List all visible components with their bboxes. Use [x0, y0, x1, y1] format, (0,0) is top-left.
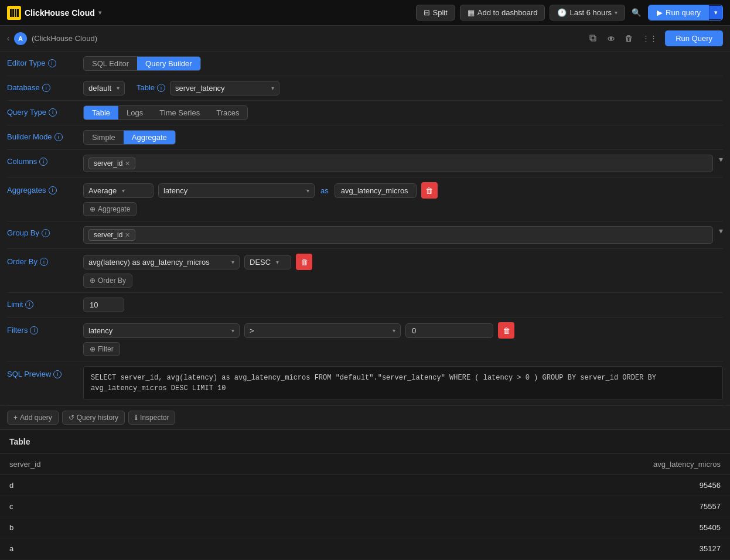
- database-info-icon[interactable]: i: [42, 84, 50, 92]
- columns-expand-icon[interactable]: ▾: [719, 155, 723, 164]
- filter-column-input[interactable]: latency: [88, 326, 229, 335]
- topbar: ClickHouse Cloud ▾ ⊟ Split ▦ Add to dash…: [0, 0, 730, 26]
- limit-info-icon[interactable]: i: [25, 301, 33, 309]
- search-button[interactable]: 🔍: [630, 6, 643, 19]
- limit-content: [83, 298, 723, 312]
- split-button[interactable]: ⊟ Split: [416, 5, 455, 21]
- filter-operator-input[interactable]: > < = !=: [250, 326, 390, 335]
- builder-mode-info-icon[interactable]: i: [54, 133, 63, 141]
- filter-operator-select[interactable]: > < = != ▾: [244, 323, 401, 338]
- order-direction-select[interactable]: DESC ASC ▾: [244, 255, 291, 269]
- app-logo[interactable]: ClickHouse Cloud ▾: [7, 6, 101, 20]
- builder-mode-seg: Simple Aggregate: [83, 130, 176, 145]
- seg-table[interactable]: Table: [84, 106, 118, 119]
- columns-info-icon[interactable]: i: [39, 158, 47, 166]
- svg-rect-3: [17, 9, 19, 17]
- agg-column-select[interactable]: latency ▾: [158, 183, 315, 198]
- group-by-tag-remove[interactable]: ✕: [125, 231, 130, 239]
- database-row: Database i default ▾ Table i server_late…: [7, 76, 723, 101]
- cell-server-id: a: [0, 538, 268, 559]
- seg-aggregate[interactable]: Aggregate: [124, 131, 175, 144]
- agg-function-input[interactable]: Average: [88, 186, 120, 195]
- sql-preview-content: SELECT server_id, avg(latency) as avg_la…: [83, 366, 723, 400]
- agg-column-input[interactable]: latency: [163, 186, 304, 195]
- order-column-chevron: ▾: [231, 259, 234, 265]
- order-column-select[interactable]: avg(latency) as avg_latency_micros ▾: [83, 255, 240, 269]
- agg-alias-input[interactable]: [335, 183, 417, 198]
- table-select[interactable]: server_latency ▾: [170, 81, 279, 95]
- add-dashboard-button[interactable]: ▦ Add to dashboard: [460, 5, 545, 21]
- seg-simple[interactable]: Simple: [84, 131, 124, 144]
- builder-mode-row: Builder Mode i Simple Aggregate: [7, 125, 723, 150]
- order-direction-input[interactable]: DESC ASC: [250, 258, 274, 267]
- seg-logs[interactable]: Logs: [118, 106, 151, 119]
- group-by-tag-container[interactable]: server_id ✕: [83, 226, 713, 244]
- run-query-panel-button[interactable]: Run Query: [665, 30, 723, 46]
- seg-sql-editor[interactable]: SQL Editor: [84, 57, 137, 70]
- run-query-button[interactable]: ▶ Run query: [649, 5, 709, 20]
- filters-label: Filters i: [7, 322, 83, 334]
- database-select-input[interactable]: default: [88, 84, 114, 93]
- copy-icon[interactable]: [588, 33, 599, 45]
- dropdown-arrow[interactable]: ▾: [98, 9, 101, 16]
- order-delete-button[interactable]: 🗑: [296, 254, 312, 270]
- cell-avg-latency: 75557: [268, 496, 730, 517]
- filter-column-select[interactable]: latency ▾: [83, 323, 240, 338]
- column-tag-remove[interactable]: ✕: [125, 160, 130, 168]
- collapse-icon[interactable]: ‹: [7, 35, 9, 43]
- agg-function-chevron: ▾: [122, 187, 125, 194]
- agg-delete-button[interactable]: 🗑: [421, 182, 438, 199]
- filter-value-input[interactable]: [405, 323, 493, 338]
- panel-actions: ⋮⋮ Run Query: [588, 30, 723, 46]
- table-row: c 75557: [0, 496, 730, 517]
- query-type-info-icon[interactable]: i: [49, 108, 57, 117]
- history-icon: ↺: [69, 414, 74, 422]
- group-by-row: Group By i server_id ✕ ▾: [7, 221, 723, 249]
- query-type-seg: Table Logs Time Series Traces: [83, 105, 248, 120]
- table-select-input[interactable]: server_latency: [175, 84, 269, 93]
- time-range-button[interactable]: 🕐 Last 6 hours ▾: [550, 5, 625, 21]
- trash-icon[interactable]: [623, 33, 635, 45]
- add-aggregate-button[interactable]: ⊕ Aggregate: [83, 202, 137, 216]
- run-query-dropdown[interactable]: ▾: [709, 6, 722, 19]
- inspector-button[interactable]: ℹ Inspector: [128, 411, 175, 425]
- order-line-1: avg(latency) as avg_latency_micros ▾ DES…: [83, 254, 723, 270]
- order-column-input[interactable]: avg(latency) as avg_latency_micros: [88, 258, 229, 267]
- add-query-button[interactable]: + Add query: [7, 411, 59, 425]
- query-history-button[interactable]: ↺ Query history: [62, 411, 125, 425]
- limit-input[interactable]: [83, 298, 124, 312]
- col-avg-latency: avg_latency_micros: [268, 454, 730, 475]
- more-icon[interactable]: ⋮⋮: [640, 32, 659, 45]
- results-table-head: server_id avg_latency_micros: [0, 454, 730, 475]
- aggregates-row: Aggregates i Average ▾ latency ▾: [7, 177, 723, 221]
- filters-info-icon[interactable]: i: [30, 326, 38, 334]
- add-order-button[interactable]: ⊕ Order By: [83, 274, 132, 288]
- cell-avg-latency: 35127: [268, 538, 730, 559]
- editor-type-info-icon[interactable]: i: [48, 59, 56, 67]
- database-select[interactable]: default ▾: [83, 81, 125, 95]
- eye-icon[interactable]: [605, 33, 617, 45]
- group-by-info-icon[interactable]: i: [42, 229, 50, 237]
- svg-rect-5: [590, 35, 595, 40]
- filter-delete-button[interactable]: 🗑: [498, 322, 514, 339]
- aggregates-info-icon[interactable]: i: [49, 186, 57, 194]
- database-chevron-icon: ▾: [117, 85, 120, 91]
- add-filter-button[interactable]: ⊕ Filter: [83, 342, 120, 356]
- order-by-info-icon[interactable]: i: [40, 258, 48, 266]
- table-chevron-icon: ▾: [271, 85, 274, 91]
- table-info-icon[interactable]: i: [157, 84, 165, 92]
- search-icon: 🔍: [632, 8, 642, 17]
- order-by-row: Order By i avg(latency) as avg_latency_m…: [7, 249, 723, 293]
- group-by-expand-icon[interactable]: ▾: [719, 226, 723, 235]
- seg-time-series[interactable]: Time Series: [151, 106, 208, 119]
- results-table: server_id avg_latency_micros d 95456 c 7…: [0, 454, 730, 559]
- add-query-icon: +: [13, 414, 18, 422]
- seg-traces[interactable]: Traces: [208, 106, 247, 119]
- agg-function-select[interactable]: Average ▾: [83, 183, 153, 198]
- columns-tag-container[interactable]: server_id ✕: [83, 155, 713, 172]
- seg-query-builder[interactable]: Query Builder: [137, 57, 200, 70]
- sql-preview-label: SQL Preview i: [7, 366, 83, 378]
- sql-preview-info-icon[interactable]: i: [53, 370, 62, 378]
- panel-tab-a[interactable]: A: [14, 32, 27, 45]
- cell-server-id: d: [0, 475, 268, 496]
